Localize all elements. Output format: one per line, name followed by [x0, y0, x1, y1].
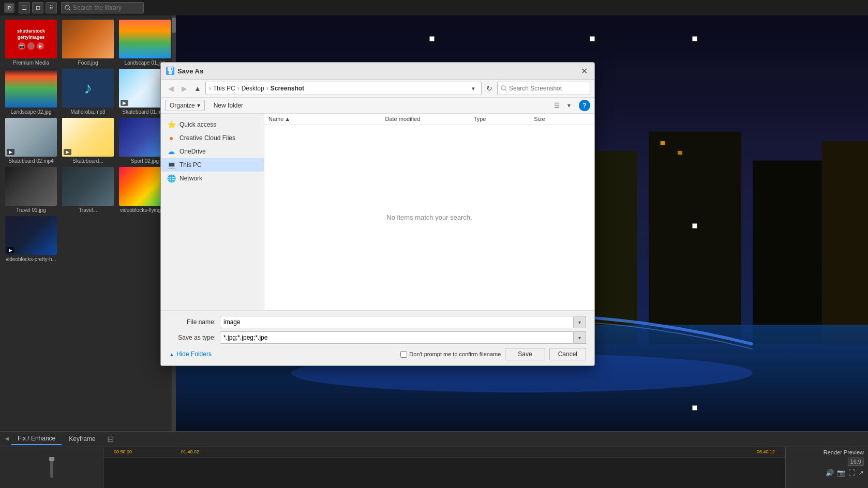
quick-access-icon: ⭐	[167, 120, 175, 129]
cancel-button[interactable]: Cancel	[549, 348, 586, 360]
help-button[interactable]: ?	[579, 100, 590, 111]
dialog-title: Save As	[166, 67, 203, 75]
computer-icon: 💻	[167, 161, 175, 169]
dialog-overlay: Save As ✕ ◀ ▶ ▲ › This PC › Desktop › Sc…	[0, 0, 868, 488]
dialog-body: ⭐ Quick access ● Creative Cloud Files ☁ …	[161, 114, 594, 310]
sidebar-item-onedrive[interactable]: ☁ OneDrive	[161, 145, 264, 158]
sidebar-item-this-pc[interactable]: 💻 This PC	[161, 158, 264, 172]
chevron-down-icon: ▾	[197, 102, 200, 109]
organize-button[interactable]: Organize ▾	[165, 100, 205, 111]
svg-rect-28	[169, 71, 172, 74]
back-button[interactable]: ◀	[165, 83, 176, 94]
svg-point-30	[501, 86, 505, 90]
sidebar-item-label: Creative Cloud Files	[179, 134, 235, 142]
col-header-type[interactable]: Type	[474, 116, 530, 122]
breadcrumb: › This PC › Desktop › Screenshot ▼	[205, 82, 482, 95]
dialog-sidebar: ⭐ Quick access ● Creative Cloud Files ☁ …	[161, 114, 264, 310]
file-name-wrap: ▾	[220, 316, 586, 328]
dialog-titlebar: Save As ✕	[161, 63, 594, 80]
sidebar-item-quick-access[interactable]: ⭐ Quick access	[161, 118, 264, 131]
sidebar-item-label: Quick access	[179, 121, 216, 128]
dialog-nav: ◀ ▶ ▲ › This PC › Desktop › Screenshot ▼…	[161, 80, 594, 98]
chevron-up-icon: ▲	[169, 352, 174, 357]
dialog-footer: File name: ▾ Save as type: ▾ ▲ Hide Fold…	[161, 310, 594, 365]
dialog-close-button[interactable]: ✕	[579, 66, 589, 76]
search-icon	[501, 85, 507, 91]
empty-message: No items match your search.	[264, 125, 594, 310]
file-name-input[interactable]	[220, 316, 574, 328]
view-toggle-list-button[interactable]: ☰	[551, 100, 562, 111]
save-type-row: Save as type: ▾	[169, 331, 586, 344]
breadcrumb-current: Screenshot	[271, 85, 304, 92]
breadcrumb-arrow: ›	[209, 85, 211, 92]
file-name-dropdown[interactable]: ▾	[574, 316, 586, 328]
col-header-name[interactable]: Name ▲	[268, 116, 381, 122]
dialog-toolbar: Organize ▾ New folder ☰ ▾ ?	[161, 98, 594, 114]
col-header-size[interactable]: Size	[534, 116, 590, 122]
col-header-date[interactable]: Date modified	[385, 116, 469, 122]
save-type-wrap: ▾	[220, 331, 586, 344]
sidebar-item-label: OneDrive	[179, 148, 206, 155]
new-folder-button[interactable]: New folder	[209, 100, 248, 111]
hide-folders-button[interactable]: ▲ Hide Folders	[169, 350, 212, 358]
view-toggle-dropdown-button[interactable]: ▾	[563, 100, 575, 111]
breadcrumb-dropdown-button[interactable]: ▼	[469, 84, 478, 93]
dont-prompt-label: Don't prompt me to confirm filename	[400, 351, 501, 358]
file-name-label: File name:	[169, 318, 216, 326]
save-type-label: Save as type:	[169, 334, 216, 341]
save-as-dialog: Save As ✕ ◀ ▶ ▲ › This PC › Desktop › Sc…	[160, 62, 595, 366]
view-toggle: ☰ ▾	[551, 100, 575, 111]
onedrive-icon: ☁	[167, 147, 175, 156]
save-icon	[166, 67, 174, 75]
dont-prompt-checkbox[interactable]	[400, 351, 407, 358]
sidebar-item-label: Network	[179, 175, 202, 182]
network-icon: 🌐	[167, 174, 175, 182]
refresh-button[interactable]: ↻	[484, 83, 495, 94]
footer-actions: ▲ Hide Folders Don't prompt me to confir…	[169, 348, 586, 360]
sidebar-item-label: This PC	[179, 161, 202, 169]
svg-line-31	[505, 89, 506, 91]
footer-buttons: Don't prompt me to confirm filename Save…	[400, 348, 586, 360]
save-type-dropdown[interactable]: ▾	[574, 331, 586, 344]
dialog-search-input[interactable]	[509, 85, 581, 92]
forward-button[interactable]: ▶	[178, 83, 190, 94]
save-button[interactable]: Save	[505, 348, 545, 360]
sidebar-item-network[interactable]: 🌐 Network	[161, 172, 264, 185]
file-name-row: File name: ▾	[169, 316, 586, 328]
save-type-input[interactable]	[220, 331, 574, 344]
sort-icon: ▲	[285, 116, 290, 122]
column-headers: Name ▲ Date modified Type Size	[264, 114, 594, 125]
dialog-content-area: Name ▲ Date modified Type Size No items …	[264, 114, 594, 310]
breadcrumb-root[interactable]: This PC	[213, 85, 235, 92]
up-button[interactable]: ▲	[192, 83, 203, 94]
svg-rect-29	[171, 68, 172, 70]
dialog-search-box[interactable]	[497, 82, 590, 95]
sidebar-item-creative-cloud[interactable]: ● Creative Cloud Files	[161, 131, 264, 145]
creative-cloud-icon: ●	[167, 134, 175, 142]
breadcrumb-parent[interactable]: Desktop	[242, 85, 264, 92]
